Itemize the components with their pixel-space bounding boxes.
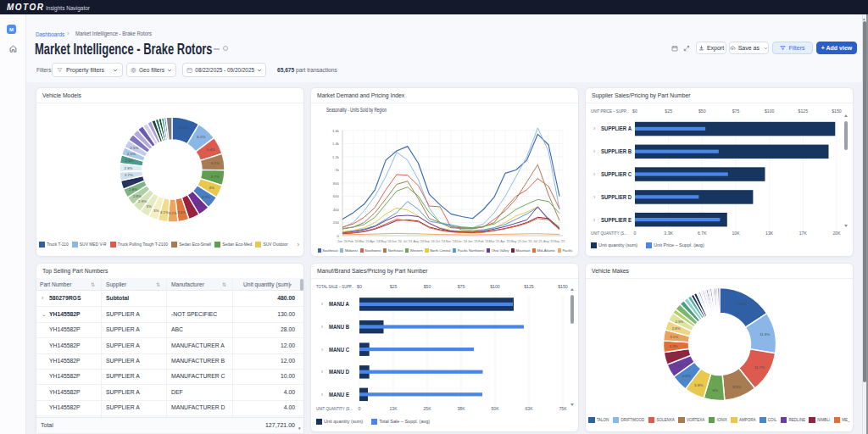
svg-text:11.8%: 11.8% bbox=[760, 332, 770, 337]
svg-text:›: › bbox=[321, 347, 323, 353]
svg-text:2.6%: 2.6% bbox=[124, 166, 132, 170]
svg-text:38K: 38K bbox=[457, 406, 465, 411]
svg-text:6%: 6% bbox=[712, 388, 717, 392]
svg-text:2.9%: 2.9% bbox=[138, 199, 147, 203]
svg-text:$150: $150 bbox=[558, 284, 568, 289]
svg-text:Jan '25: Jan '25 bbox=[468, 240, 478, 243]
svg-text:200: 200 bbox=[333, 220, 340, 225]
svg-text:SUPPLIER B: SUPPLIER B bbox=[601, 148, 632, 154]
svg-text:$0: $0 bbox=[632, 108, 637, 114]
svg-text:5.1%: 5.1% bbox=[211, 161, 220, 165]
svg-text:›: › bbox=[321, 301, 323, 307]
svg-text:1.6k: 1.6k bbox=[332, 129, 340, 133]
svg-text:›: › bbox=[593, 194, 595, 200]
svg-text:0: 0 bbox=[634, 231, 637, 236]
svg-text:3.6%: 3.6% bbox=[670, 353, 679, 358]
svg-text:3.3K: 3.3K bbox=[664, 231, 673, 236]
svg-text:9.3%: 9.3% bbox=[732, 385, 741, 389]
svg-text:3.4%: 3.4% bbox=[177, 210, 186, 214]
svg-text:Sep '25: Sep '25 bbox=[554, 240, 565, 243]
svg-text:15.8%: 15.8% bbox=[737, 302, 748, 306]
svg-text:$100: $100 bbox=[490, 284, 500, 289]
svg-text:800: 800 bbox=[333, 181, 340, 186]
svg-text:2.5%: 2.5% bbox=[127, 152, 136, 156]
svg-text:›: › bbox=[321, 369, 323, 375]
svg-text:3.1%: 3.1% bbox=[670, 335, 678, 339]
svg-text:UNIT QUANTITY (S...: UNIT QUANTITY (S... bbox=[316, 407, 353, 411]
svg-text:Dec '24: Dec '24 bbox=[457, 240, 467, 243]
svg-text:MANU E: MANU E bbox=[329, 392, 349, 398]
svg-text:6.2%: 6.2% bbox=[197, 135, 205, 139]
svg-text:4.7%: 4.7% bbox=[211, 175, 220, 179]
svg-text:$50: $50 bbox=[424, 284, 431, 289]
svg-text:Apr '25: Apr '25 bbox=[500, 240, 510, 243]
svg-text:Mar '24: Mar '24 bbox=[359, 240, 370, 243]
svg-text:1.4k: 1.4k bbox=[332, 142, 340, 146]
svg-text:2.8%: 2.8% bbox=[672, 326, 681, 331]
svg-text:0: 0 bbox=[337, 234, 340, 238]
svg-text:Apr '24: Apr '24 bbox=[370, 240, 381, 243]
svg-text:75K: 75K bbox=[559, 406, 567, 411]
svg-text:MANU B: MANU B bbox=[329, 324, 349, 330]
svg-text:2.7%: 2.7% bbox=[125, 173, 133, 177]
svg-text:600: 600 bbox=[333, 194, 340, 198]
svg-text:13K: 13K bbox=[389, 406, 398, 411]
svg-text:Feb '24: Feb '24 bbox=[348, 240, 359, 243]
svg-text:›: › bbox=[593, 171, 595, 177]
svg-text:3%: 3% bbox=[147, 204, 152, 209]
svg-text:UNIT QUANTITY (S...: UNIT QUANTITY (S... bbox=[591, 231, 627, 236]
svg-text:3%: 3% bbox=[153, 209, 159, 213]
svg-text:$125: $125 bbox=[798, 108, 809, 114]
svg-text:SUPPLIER C: SUPPLIER C bbox=[601, 171, 632, 177]
svg-text:Jul '24: Jul '24 bbox=[403, 240, 413, 243]
svg-text:$25: $25 bbox=[390, 284, 398, 289]
svg-text:2.8%: 2.8% bbox=[133, 194, 142, 198]
svg-text:May '24: May '24 bbox=[381, 240, 392, 243]
svg-text:Feb '25: Feb '25 bbox=[478, 240, 488, 243]
svg-text:2.8%: 2.8% bbox=[129, 187, 137, 192]
svg-text:›: › bbox=[593, 148, 595, 154]
svg-text:Sep '24: Sep '24 bbox=[424, 240, 434, 243]
svg-text:Jun '25: Jun '25 bbox=[522, 240, 532, 243]
svg-text:May '25: May '25 bbox=[510, 240, 521, 243]
svg-text:5.8%: 5.8% bbox=[694, 383, 703, 387]
svg-text:MANU A: MANU A bbox=[329, 301, 349, 307]
svg-text:›: › bbox=[321, 392, 323, 398]
svg-text:0: 0 bbox=[359, 406, 361, 411]
svg-text:8.5%: 8.5% bbox=[180, 125, 188, 130]
svg-text:13K: 13K bbox=[765, 231, 774, 236]
svg-text:50K: 50K bbox=[491, 406, 499, 411]
svg-text:MANU C: MANU C bbox=[329, 347, 349, 353]
svg-text:20K: 20K bbox=[832, 231, 841, 236]
svg-text:›: › bbox=[593, 125, 595, 131]
svg-text:4.8%: 4.8% bbox=[682, 374, 691, 378]
svg-text:5.4%: 5.4% bbox=[207, 147, 215, 152]
svg-text:›: › bbox=[593, 217, 595, 223]
svg-text:11.7%: 11.7% bbox=[754, 365, 765, 370]
svg-text:3.6%: 3.6% bbox=[194, 202, 203, 206]
svg-text:Mar '25: Mar '25 bbox=[489, 240, 499, 243]
svg-text:MANU D: MANU D bbox=[329, 369, 349, 375]
svg-text:3.3%: 3.3% bbox=[669, 344, 677, 348]
svg-text:SUPPLIER E: SUPPLIER E bbox=[601, 217, 632, 223]
svg-text:25K: 25K bbox=[423, 406, 431, 411]
svg-text:3.9%: 3.9% bbox=[202, 195, 210, 199]
svg-text:1.2k: 1.2k bbox=[332, 155, 340, 159]
svg-text:$150: $150 bbox=[832, 108, 842, 114]
svg-text:$0: $0 bbox=[357, 284, 362, 289]
svg-text:3.4%: 3.4% bbox=[186, 207, 195, 211]
svg-text:3.9%: 3.9% bbox=[675, 364, 683, 368]
svg-text:Jan '24: Jan '24 bbox=[337, 240, 348, 243]
svg-text:Jul '25: Jul '25 bbox=[533, 240, 542, 243]
svg-text:$75: $75 bbox=[732, 108, 740, 114]
svg-text:$125: $125 bbox=[524, 284, 534, 289]
svg-text:10K: 10K bbox=[732, 231, 740, 236]
svg-text:2.7%: 2.7% bbox=[126, 181, 135, 185]
svg-text:Oct '24: Oct '24 bbox=[435, 240, 445, 243]
svg-text:UNIT PRICE – SUPP...: UNIT PRICE – SUPP... bbox=[591, 109, 629, 114]
svg-text:Aug '24: Aug '24 bbox=[413, 240, 423, 243]
svg-text:SUPPLIER D: SUPPLIER D bbox=[601, 194, 632, 200]
svg-text:2.6%: 2.6% bbox=[125, 159, 133, 163]
svg-text:Aug '25: Aug '25 bbox=[543, 240, 554, 243]
svg-text:400: 400 bbox=[333, 208, 340, 212]
